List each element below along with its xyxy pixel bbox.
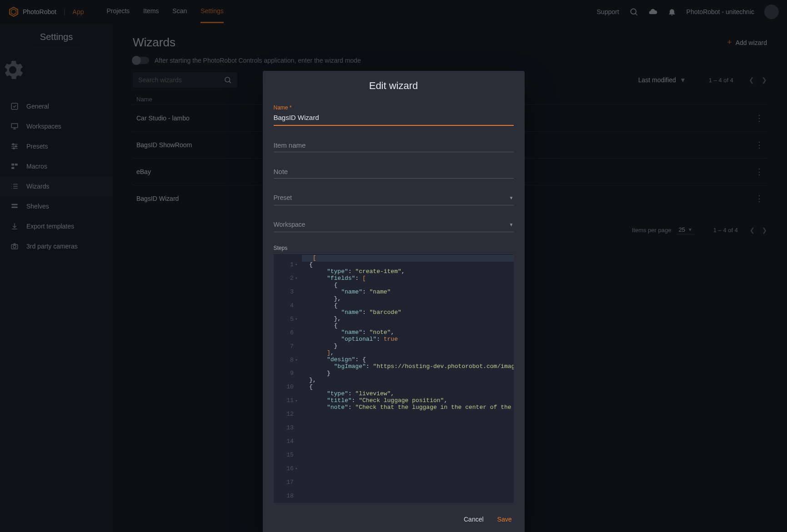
field-workspace: Workspace ▼: [274, 219, 514, 232]
code-gutter: 1▾ 2▾ 3 4 5▾ 6 7 8▾ 9 10 11▾ 12 13 14 15…: [274, 254, 302, 503]
workspace-select[interactable]: Workspace ▼: [274, 219, 514, 232]
modal-title: Edit wizard: [263, 71, 525, 98]
preset-select[interactable]: Preset ▼: [274, 192, 514, 205]
item-name-input[interactable]: [274, 138, 514, 152]
chevron-down-icon: ▼: [509, 195, 514, 200]
note-input[interactable]: [274, 164, 514, 179]
preset-label: Preset: [274, 194, 292, 201]
save-button[interactable]: Save: [497, 516, 512, 523]
steps-label: Steps: [274, 245, 514, 251]
field-note: Note: [274, 164, 514, 179]
code-content[interactable]: [ { "type": "create-item", "fields": [ {…: [302, 254, 513, 503]
steps-code-editor[interactable]: 1▾ 2▾ 3 4 5▾ 6 7 8▾ 9 10 11▾ 12 13 14 15…: [274, 254, 514, 503]
modal-footer: Cancel Save: [263, 507, 525, 532]
edit-wizard-modal: Edit wizard Name * Item name Note Preset…: [263, 71, 525, 532]
name-label: Name *: [274, 104, 514, 111]
field-preset: Preset ▼: [274, 192, 514, 205]
cancel-button[interactable]: Cancel: [464, 516, 484, 523]
field-item-name: Item name: [274, 138, 514, 152]
chevron-down-icon: ▼: [509, 222, 514, 227]
workspace-label: Workspace: [274, 221, 306, 228]
name-input[interactable]: [274, 111, 514, 126]
field-name: Name *: [274, 104, 514, 126]
